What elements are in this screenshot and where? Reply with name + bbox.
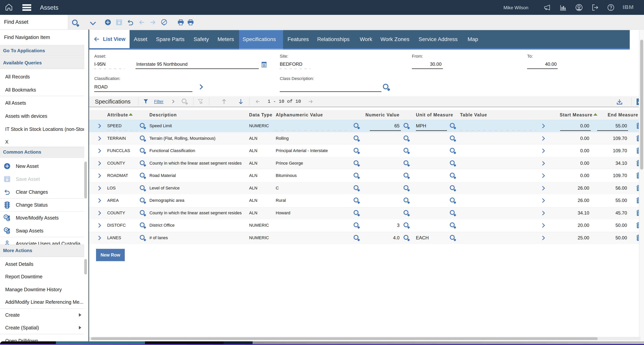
svg-text:IBM: IBM [622,4,634,10]
